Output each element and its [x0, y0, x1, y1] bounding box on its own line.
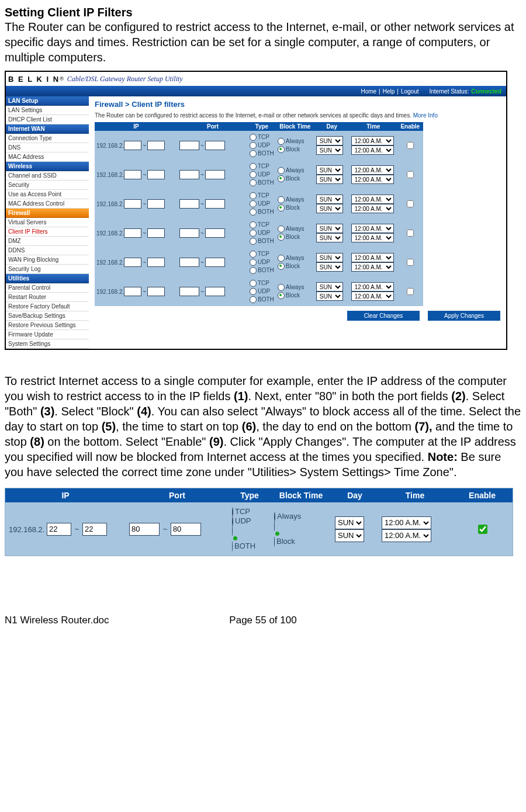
time-end-select[interactable]: 12:00 A.M.	[351, 175, 394, 184]
enable-checkbox[interactable]	[407, 142, 414, 149]
big-time-start[interactable]: 12:00 A.M.	[382, 516, 431, 529]
sidebar-item-conn-type[interactable]: Connection Type	[6, 134, 89, 143]
time-end-select[interactable]: 12:00 A.M.	[351, 233, 394, 242]
big-day-end[interactable]: SUN	[335, 529, 364, 542]
big-always-radio[interactable]	[274, 512, 275, 522]
tcp-radio[interactable]	[250, 134, 257, 141]
clear-changes-button[interactable]: Clear Changes	[347, 311, 420, 321]
time-start-select[interactable]: 12:00 A.M.	[351, 224, 394, 233]
day-start-select[interactable]: SUN	[316, 136, 343, 145]
always-radio[interactable]	[278, 196, 285, 203]
sidebar-item-parental[interactable]: Parental Control	[6, 283, 89, 293]
sidebar-item-mac[interactable]: MAC Address	[6, 152, 89, 162]
tcp-radio[interactable]	[250, 251, 257, 258]
ip-start-input[interactable]	[124, 287, 141, 296]
block-radio[interactable]	[278, 292, 285, 299]
time-start-select[interactable]: 12:00 A.M.	[351, 253, 394, 262]
nav-home[interactable]: Home	[359, 88, 378, 95]
sidebar-item-fw[interactable]: Firmware Update	[6, 330, 89, 339]
port-end-input[interactable]	[205, 141, 225, 150]
day-end-select[interactable]: SUN	[316, 145, 343, 155]
port-start-input[interactable]	[179, 258, 199, 267]
big-port-start[interactable]	[129, 523, 160, 536]
port-end-input[interactable]	[205, 228, 225, 238]
sidebar-item-restore-prev[interactable]: Restore Previous Settings	[6, 321, 89, 330]
udp-radio[interactable]	[250, 259, 257, 266]
enable-checkbox[interactable]	[407, 200, 414, 207]
time-start-select[interactable]: 12:00 A.M.	[351, 136, 394, 145]
sidebar-item-security[interactable]: Security	[6, 181, 89, 190]
udp-radio[interactable]	[250, 230, 257, 237]
block-radio[interactable]	[278, 263, 285, 270]
time-start-select[interactable]: 12:00 A.M.	[351, 165, 394, 175]
time-end-select[interactable]: 12:00 A.M.	[351, 145, 394, 155]
both-radio[interactable]	[250, 179, 257, 186]
day-start-select[interactable]: SUN	[316, 165, 343, 175]
sidebar-item-restart[interactable]: Restart Router	[6, 293, 89, 302]
sidebar-item-sys[interactable]: System Settings	[6, 339, 89, 349]
both-radio[interactable]	[250, 209, 257, 216]
enable-checkbox[interactable]	[407, 259, 414, 266]
ip-start-input[interactable]	[124, 141, 141, 150]
more-info-link[interactable]: More Info	[413, 112, 438, 119]
big-udp-radio[interactable]	[232, 516, 233, 526]
always-radio[interactable]	[278, 284, 285, 291]
both-radio[interactable]	[250, 238, 257, 245]
udp-radio[interactable]	[250, 142, 257, 149]
udp-radio[interactable]	[250, 171, 257, 178]
sidebar-item-restore-def[interactable]: Restore Factory Default	[6, 302, 89, 311]
nav-help[interactable]: Help	[382, 88, 396, 95]
ip-start-input[interactable]	[124, 199, 141, 209]
big-tcp-radio[interactable]	[232, 507, 233, 517]
big-time-end[interactable]: 12:00 A.M.	[382, 529, 431, 542]
port-start-input[interactable]	[179, 199, 199, 209]
ip-end-input[interactable]	[147, 258, 165, 267]
enable-checkbox[interactable]	[407, 230, 414, 237]
ip-start-input[interactable]	[124, 258, 141, 267]
port-start-input[interactable]	[179, 287, 199, 296]
day-end-select[interactable]: SUN	[316, 262, 343, 272]
time-end-select[interactable]: 12:00 A.M.	[351, 262, 394, 272]
big-port-end[interactable]	[171, 523, 201, 536]
port-end-input[interactable]	[205, 170, 225, 179]
time-end-select[interactable]: 12:00 A.M.	[351, 204, 394, 213]
tcp-radio[interactable]	[250, 280, 257, 287]
day-start-select[interactable]: SUN	[316, 282, 343, 292]
both-radio[interactable]	[250, 150, 257, 157]
sidebar-item-dmz[interactable]: DMZ	[6, 237, 89, 246]
sidebar-item-ddns[interactable]: DDNS	[6, 246, 89, 255]
port-end-input[interactable]	[205, 287, 225, 296]
big-ip-start[interactable]	[47, 523, 71, 536]
day-start-select[interactable]: SUN	[316, 224, 343, 233]
tcp-radio[interactable]	[250, 221, 257, 228]
sidebar-item-lan-settings[interactable]: LAN Settings	[6, 106, 89, 115]
sidebar-item-dns[interactable]: DNS	[6, 143, 89, 152]
sidebar-item-virtual-servers[interactable]: Virtual Servers	[6, 218, 89, 227]
day-end-select[interactable]: SUN	[316, 204, 343, 213]
always-radio[interactable]	[278, 138, 285, 145]
day-start-select[interactable]: SUN	[316, 195, 343, 204]
always-radio[interactable]	[278, 255, 285, 262]
ip-end-input[interactable]	[147, 199, 165, 209]
sidebar-item-ap[interactable]: Use as Access Point	[6, 190, 89, 199]
tcp-radio[interactable]	[250, 192, 257, 199]
time-end-select[interactable]: 12:00 A.M.	[351, 292, 394, 301]
port-end-input[interactable]	[205, 199, 225, 209]
port-start-input[interactable]	[179, 141, 199, 150]
block-radio[interactable]	[278, 146, 285, 153]
ip-end-input[interactable]	[147, 141, 165, 150]
block-radio[interactable]	[278, 234, 285, 241]
sidebar-item-sec-log[interactable]: Security Log	[6, 265, 89, 274]
udp-radio[interactable]	[250, 288, 257, 295]
sidebar-item-channel[interactable]: Channel and SSID	[6, 171, 89, 181]
block-radio[interactable]	[278, 175, 285, 182]
both-radio[interactable]	[250, 267, 257, 274]
ip-end-input[interactable]	[147, 228, 165, 238]
day-start-select[interactable]: SUN	[316, 253, 343, 262]
udp-radio[interactable]	[250, 200, 257, 207]
sidebar-item-dhcp[interactable]: DHCP Client List	[6, 115, 89, 124]
sidebar-item-mac-ctl[interactable]: MAC Address Control	[6, 199, 89, 209]
ip-end-input[interactable]	[147, 170, 165, 179]
ip-start-input[interactable]	[124, 228, 141, 238]
sidebar-item-save-bk[interactable]: Save/Backup Settings	[6, 311, 89, 321]
